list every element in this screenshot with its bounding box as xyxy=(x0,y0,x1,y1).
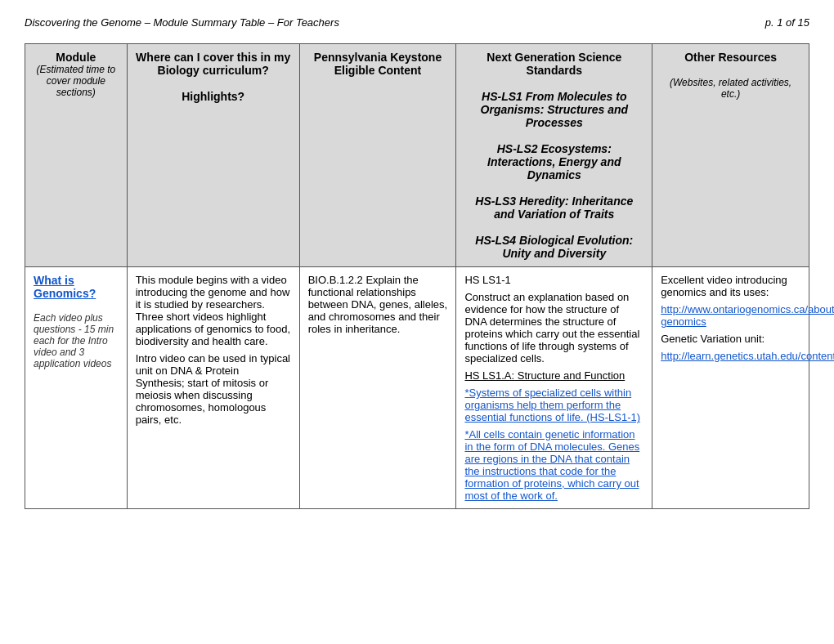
ng-bullet2-text: *All cells contain genetic information i… xyxy=(464,428,639,502)
page-title: Discovering the Genome – Module Summary … xyxy=(25,16,339,29)
module-time: Each video plus questions - 15 min each … xyxy=(34,312,119,369)
other-link2-wrapper: http://learn.genetics.utah.edu/content/v… xyxy=(661,350,800,362)
other-link1[interactable]: http://www.ontariogenomics.ca/about/what… xyxy=(661,303,834,328)
col-header-ng-label: Next Generation Science Standards xyxy=(464,51,643,77)
where-para1: This module begins with a video introduc… xyxy=(136,274,291,347)
other-text1: Excellent video introducing genomics and… xyxy=(661,274,800,298)
cell-ng-genomics: HS LS1-1 Construct an explanation based … xyxy=(456,267,652,509)
summary-table: Module (Estimated time to cover module s… xyxy=(25,43,809,509)
ng-hs-ls4-text: Biological Evolution: Unity and Diversit… xyxy=(502,234,633,260)
ng-hs-ls3: HS-LS3 Heredity: Inheritance and Variati… xyxy=(464,195,643,221)
col-header-where-label: Where can I cover this in my Biology cur… xyxy=(136,51,291,77)
ng-bullet1: *Systems of specialized cells within org… xyxy=(464,387,643,423)
ng-hs-ls4: HS-LS4 Biological Evolution: Unity and D… xyxy=(464,234,643,260)
cell-other-genomics: Excellent video introducing genomics and… xyxy=(652,267,809,509)
table-row-genomics: What is Genomics? Each video plus questi… xyxy=(25,267,809,509)
ng-text1: Construct an explanation based on eviden… xyxy=(464,291,643,364)
page-number: p. 1 of 15 xyxy=(765,16,809,29)
page-header: Discovering the Genome – Module Summary … xyxy=(25,16,809,29)
ng-bullet2: *All cells contain genetic information i… xyxy=(464,428,643,502)
ng-hs-ls1: HS-LS1 From Molecules to Organisms: Stru… xyxy=(464,90,643,129)
cell-pa-genomics: BIO.B.1.2.2 Explain the functional relat… xyxy=(299,267,456,509)
ng-bullet1-link[interactable]: *Systems of specialized cells within org… xyxy=(464,387,640,423)
col-header-ng: Next Generation Science Standards HS-LS1… xyxy=(456,44,652,267)
ng-bullet1-text: *Systems of specialized cells within org… xyxy=(464,387,640,423)
other-text2: Genetic Variation unit: xyxy=(661,333,800,345)
ng-hs-ls2: HS-LS2 Ecosystems: Interactions, Energy … xyxy=(464,142,643,181)
other-link2[interactable]: http://learn.genetics.utah.edu/content/v… xyxy=(661,350,834,362)
ng-standard2: HS LS1.A: Structure and Function xyxy=(464,369,643,382)
ng-hs-ls2-label: HS-LS2 xyxy=(497,142,538,155)
col-header-where-sub: Highlights? xyxy=(136,90,291,103)
module-link-genomics[interactable]: What is Genomics? xyxy=(34,274,96,300)
where-para2: Intro video can be used in typical unit … xyxy=(136,352,291,426)
ng-hs-ls3-label: HS-LS3 xyxy=(475,195,516,208)
col-header-other: Other Resources (Websites, related activ… xyxy=(652,44,809,267)
ng-standard1-label: HS LS1-1 xyxy=(464,274,510,286)
col-header-module-sub: (Estimated time to cover module sections… xyxy=(34,64,119,98)
col-header-other-sub: (Websites, related activities, etc.) xyxy=(661,77,800,100)
ng-standard1: HS LS1-1 xyxy=(464,274,643,286)
ng-bullet2-link[interactable]: *All cells contain genetic information i… xyxy=(464,428,639,502)
cell-where-genomics: This module begins with a video introduc… xyxy=(127,267,299,509)
col-header-module-label: Module xyxy=(34,51,119,64)
other-link1-wrapper: http://www.ontariogenomics.ca/about/what… xyxy=(661,303,800,328)
ng-standard2-label: HS LS1.A: Structure and Function xyxy=(464,369,625,382)
module-link-text: What is Genomics? xyxy=(34,274,96,300)
col-header-other-label: Other Resources xyxy=(661,51,800,64)
col-header-where: Where can I cover this in my Biology cur… xyxy=(127,44,299,267)
ng-hs-ls1-label: HS-LS1 xyxy=(482,90,522,103)
ng-hs-ls4-label: HS-LS4 xyxy=(475,234,516,247)
col-header-pa: Pennsylvania Keystone Eligible Content xyxy=(299,44,456,267)
pa-text: BIO.B.1.2.2 Explain the functional relat… xyxy=(308,274,448,335)
col-header-pa-label: Pennsylvania Keystone Eligible Content xyxy=(308,51,448,77)
col-header-module: Module (Estimated time to cover module s… xyxy=(25,44,128,267)
cell-module-genomics: What is Genomics? Each video plus questi… xyxy=(25,267,128,509)
